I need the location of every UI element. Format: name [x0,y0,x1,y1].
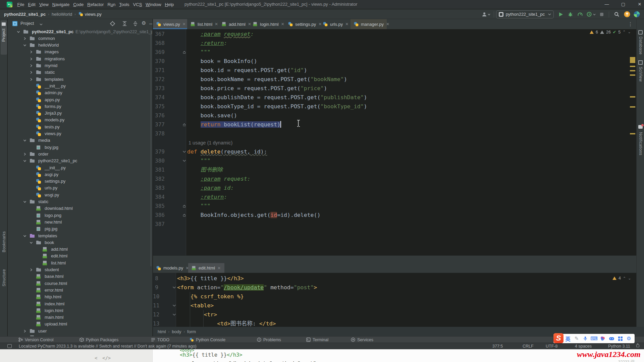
toolwindow-todo[interactable]: TODO [151,337,169,343]
settings-sphere-icon[interactable] [634,11,640,17]
inspections-widget-2[interactable]: 4 ⌃ ⌄ [612,276,631,281]
prev-issue-icon[interactable]: ⌃ [623,30,626,34]
tree-item-boy-jpg[interactable]: boy.jpg [8,144,153,151]
html-breadcrumb-item[interactable]: html [158,329,166,334]
chevron-expanded-icon[interactable] [23,44,26,47]
chevron-down-icon[interactable] [40,23,43,26]
hide-panel-icon[interactable]: — [149,21,153,26]
tree-item-templates[interactable]: templates [8,76,153,83]
tree-item-python222-site1-pc[interactable]: python222_site1_pc [8,158,153,165]
close-icon[interactable]: ✕ [386,22,389,26]
tree-item-login-html[interactable]: login.html [8,307,153,314]
chevron-collapsed-icon[interactable] [23,329,26,333]
fold-open-icon[interactable] [182,159,186,163]
tree-item-pig-jpg[interactable]: pig.jpg [8,226,153,233]
ime-keyboard-icon[interactable]: ⌨ [590,336,598,342]
editor-splitter[interactable] [153,255,644,263]
run-with-coverage-button[interactable] [587,12,596,17]
fold-open-icon[interactable] [172,313,176,317]
project-header-label[interactable]: Project [20,21,34,26]
menu-navigate[interactable]: Navigate [50,0,71,9]
tab-views-py[interactable]: views.py✕ [153,19,187,29]
tool-stripe-database[interactable]: Database [638,37,643,55]
indent-style[interactable]: 4 spaces [575,343,592,350]
tab-manager-py[interactable]: manager.py✕ [351,19,387,29]
ime-pen-icon[interactable]: ✎ [572,336,581,342]
search-everywhere-icon[interactable] [614,12,620,17]
tree-item-mymid[interactable]: mymid [8,62,153,69]
ime-skin-icon[interactable] [598,336,607,341]
tree-item-python222-site1-pc[interactable]: python222_site1_pcE:\python\django5_2\py… [8,28,153,36]
next-issue-icon[interactable]: ⌄ [628,30,631,34]
menu-tools[interactable]: Tools [117,0,131,9]
status-message[interactable]: Localized PyCharm 2023.1.3 is available … [19,343,197,350]
close-icon[interactable]: ✕ [182,22,186,26]
usages-inlay-hint[interactable]: 1 usage (1 dynamic) [189,138,232,147]
run-config-selector[interactable]: python222_site1_pc [496,10,554,18]
menu-code[interactable]: Code [71,0,86,9]
tool-stripe-structure[interactable]: Structure [2,269,6,286]
ime-game-icon[interactable] [607,337,616,341]
ime-settings-icon[interactable]: ⚙ [625,336,633,342]
tool-stripe-notifications[interactable]: Notifications [638,132,643,155]
debug-button[interactable] [568,12,573,17]
next-issue-icon[interactable]: ⌄ [628,276,631,281]
close-icon[interactable]: ✕ [281,22,284,26]
inspections-widget[interactable]: 6 26 ✔ 5 ⌃ ⌄ [590,29,631,35]
tree-item-helloworld[interactable]: helloWorld [8,42,153,49]
tab-add-html[interactable]: add.html✕ [218,19,250,29]
menu-window[interactable]: Window [144,0,163,9]
tool-stripe-bookmarks[interactable]: Bookmarks [2,231,6,252]
locate-file-icon[interactable] [110,21,115,26]
tree-item-add-html[interactable]: add.html [8,246,153,253]
profiler-button[interactable] [578,12,583,17]
prev-issue-icon[interactable]: ⌃ [623,276,626,281]
project-scrollbar[interactable] [150,30,152,266]
menu-refactor[interactable]: Refactor [86,0,106,9]
run-button[interactable] [558,12,563,17]
tree-item-new-html[interactable]: new.html [8,219,153,226]
chevron-collapsed-icon[interactable] [23,153,26,156]
tree-item-book[interactable]: book [8,239,153,246]
chevron-expanded-icon[interactable] [23,159,26,163]
tree-item--init-py[interactable]: __init__.py [8,83,153,90]
ime-mic-icon[interactable] [581,336,590,341]
tree-item-views-py[interactable]: views.py [8,130,153,137]
fold-end-icon[interactable] [182,213,186,217]
lock-icon[interactable] [636,345,639,347]
toolwindow-version-control[interactable]: Version Control [18,337,53,343]
tab-login-html[interactable]: login.html✕ [250,19,285,29]
chevron-collapsed-icon[interactable] [23,37,26,40]
close-button[interactable]: ✕ [632,0,644,9]
tab-settings-py[interactable]: settings.py✕ [285,19,320,29]
tree-item-upload-html[interactable]: upload.html [8,321,153,328]
tab-list-html[interactable]: list.html✕ [187,19,218,29]
maximize-button[interactable]: ▢ [615,0,631,9]
tree-item-templates[interactable]: templates [8,233,153,240]
chevron-collapsed-icon[interactable] [30,78,33,81]
tree-item-http-html[interactable]: http.html [8,294,153,301]
python-interpreter[interactable]: Python 3.11 [608,343,630,350]
chevron-expanded-icon[interactable] [23,234,26,238]
event-log-icon[interactable] [7,344,12,348]
toolwindow-services[interactable]: Services [351,337,373,343]
tree-item-course-html[interactable]: course.html [8,280,153,287]
chevron-expanded-icon[interactable] [17,30,20,34]
html-breadcrumb-item[interactable]: form [187,329,196,334]
tree-item-migrations[interactable]: migrations [8,56,153,63]
toolwindow-python-packages[interactable]: Python Packages [79,337,118,343]
tree-item-asgi-py[interactable]: asgi.py [8,171,153,178]
tree-item-settings-py[interactable]: settings.py [8,178,153,185]
tree-item-models-py[interactable]: models.py [8,117,153,124]
caret-position[interactable]: 377:5 [492,343,503,350]
tree-item-main-html[interactable]: main.html [8,314,153,321]
chevron-collapsed-icon[interactable] [30,268,33,272]
chevron-expanded-icon[interactable] [23,139,26,142]
tree-item-static[interactable]: static [8,198,153,205]
tab-options-icon[interactable]: ⋮ [628,21,633,28]
tree-item-base-html[interactable]: base.html [8,273,153,280]
chevron-collapsed-icon[interactable] [30,71,33,74]
tree-item-common[interactable]: common [8,35,153,42]
gear-icon[interactable]: ⚙ [142,20,146,26]
close-icon[interactable]: ✕ [345,22,348,26]
